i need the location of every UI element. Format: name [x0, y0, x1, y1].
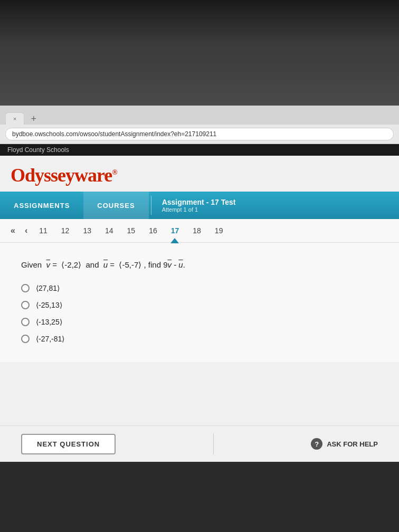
new-tab-button[interactable]: + [26, 113, 41, 125]
nav-bar: ASSIGNMENTS COURSES Assignment - 17 Test… [0, 192, 399, 219]
page-back-one-button[interactable]: ‹ [25, 226, 27, 235]
main-content: Odysseyware® ASSIGNMENTS COURSES Assignm… [0, 156, 399, 462]
question-text: Given v = ⟨-2,2⟩ and u = ⟨-5,-7⟩ , find … [21, 259, 378, 271]
ask-for-help-label: ASK FOR HELP [327, 440, 378, 448]
page-back-all-button[interactable]: « [11, 226, 15, 235]
answer-option-2[interactable]: ⟨-25,13⟩ [21, 301, 378, 309]
ask-for-help-button[interactable]: ? ASK FOR HELP [311, 438, 378, 450]
address-bar[interactable]: bydboe.owschools.com/owsoo/studentAssign… [5, 128, 394, 140]
radio-1[interactable] [21, 284, 30, 292]
page-11[interactable]: 11 [37, 225, 50, 236]
answer-option-4[interactable]: ⟨-27,-81⟩ [21, 335, 378, 343]
pagination-row: « ‹ 11 12 13 14 15 16 17 18 19 [0, 219, 399, 243]
ody-header: Odysseyware® [0, 156, 399, 192]
page-18[interactable]: 18 [191, 225, 203, 236]
answer-label-4: ⟨-27,-81⟩ [36, 335, 64, 343]
page-15[interactable]: 15 [125, 225, 138, 236]
bottom-toolbar: NEXT QUESTION ? ASK FOR HELP [0, 425, 399, 462]
page-14[interactable]: 14 [103, 225, 116, 236]
answer-label-3: ⟨-13,25⟩ [36, 318, 62, 326]
browser-tab[interactable]: × [5, 112, 24, 125]
browser-chrome: × + bydboe.owschools.com/owsoo/studentAs… [0, 106, 399, 144]
school-name: Floyd County Schools [7, 146, 69, 154]
v-vector-label2: v [168, 260, 172, 269]
u-vector-label2: u [178, 260, 183, 269]
radio-4[interactable] [21, 335, 30, 343]
toolbar-divider [213, 433, 214, 454]
assignment-title: Assignment - 17 Test [162, 198, 236, 206]
answer-option-3[interactable]: ⟨-13,25⟩ [21, 318, 378, 326]
question-area: Given v = ⟨-2,2⟩ and u = ⟨-5,-7⟩ , find … [0, 243, 399, 362]
odysseyware-logo: Odysseyware® [11, 164, 388, 186]
page-17-current[interactable]: 17 [169, 225, 182, 236]
school-bar: Floyd County Schools [0, 144, 399, 156]
tab-close-button[interactable]: × [13, 116, 16, 122]
page-13[interactable]: 13 [81, 225, 93, 236]
help-icon: ? [311, 438, 322, 450]
page-16[interactable]: 16 [147, 225, 159, 236]
nav-assignment-info: Assignment - 17 Test Attempt 1 of 1 [154, 198, 244, 213]
radio-2[interactable] [21, 301, 30, 309]
answer-option-1[interactable]: ⟨27,81⟩ [21, 284, 378, 292]
page-12[interactable]: 12 [59, 225, 72, 236]
nav-divider [151, 196, 151, 215]
page-19[interactable]: 19 [213, 225, 225, 236]
v-vector-label: v [46, 260, 51, 269]
desk-overlay [0, 0, 399, 106]
radio-3[interactable] [21, 318, 30, 326]
next-question-button[interactable]: NEXT QUESTION [21, 434, 116, 454]
answer-label-1: ⟨27,81⟩ [36, 284, 60, 292]
nav-courses[interactable]: COURSES [83, 192, 148, 219]
u-vector-label: u [103, 260, 108, 269]
answer-label-2: ⟨-25,13⟩ [36, 301, 62, 309]
nav-assignments[interactable]: ASSIGNMENTS [0, 192, 83, 219]
address-bar-row: bydboe.owschools.com/owsoo/studentAssign… [0, 125, 399, 144]
tab-bar: × + [0, 106, 399, 125]
assignment-attempt: Attempt 1 of 1 [162, 206, 236, 213]
